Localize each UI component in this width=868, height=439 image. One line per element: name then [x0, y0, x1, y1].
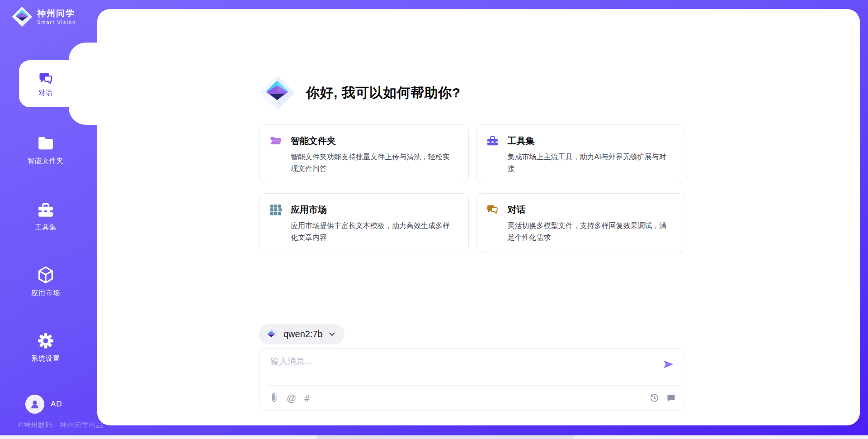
sidebar-item-settings[interactable]: 系统设置 — [0, 331, 91, 363]
card-description: 集成市场上主流工具，助力AI与外界无缝扩展与对接 — [508, 151, 673, 174]
brand-logo: 神州问学 Smart Vision — [12, 6, 76, 27]
sidebar-item-smart-folder[interactable]: 智能文件夹 — [0, 134, 91, 165]
gear-icon — [36, 331, 56, 351]
copyright-text: ©神州数码 · 神州问学出品 — [18, 421, 103, 429]
greeting-title: 你好, 我可以如何帮助你? — [306, 84, 461, 102]
app-root: { "brand": { "name": "神州问学", "subtitle":… — [0, 0, 868, 439]
brand-subtitle: Smart Vision — [37, 19, 76, 25]
chat-icon — [486, 204, 499, 216]
sidebar-item-label: 智能文件夹 — [28, 157, 64, 165]
sidebar-item-label: 工具集 — [35, 223, 57, 232]
brand-name: 神州问学 — [37, 9, 76, 19]
sidebar-item-toolset[interactable]: 工具集 — [0, 200, 91, 232]
cube-icon — [36, 265, 56, 285]
feature-cards: 智能文件夹 智能文件夹功能支持批量文件上传与清洗，轻松实现文件问答 工具集 集成… — [259, 124, 685, 252]
card-title: 应用市场 — [291, 204, 327, 216]
card-smart-folder[interactable]: 智能文件夹 智能文件夹功能支持批量文件上传与清洗，轻松实现文件问答 — [259, 124, 469, 183]
card-description: 灵活切换多模型文件，支持多样回复效果调试，满足个性化需求 — [508, 220, 673, 243]
toolbox-icon — [486, 135, 499, 147]
card-toolset[interactable]: 工具集 集成市场上主流工具，助力AI与外界无缝扩展与对接 — [476, 124, 686, 183]
card-title: 对话 — [508, 204, 526, 216]
chat-icon — [38, 70, 54, 86]
comment-icon[interactable] — [666, 393, 676, 403]
sidebar-item-label: 对话 — [38, 89, 53, 97]
grid-icon — [269, 204, 282, 216]
composer-divider — [267, 385, 678, 386]
history-icon[interactable] — [650, 393, 659, 403]
brand-diamond-icon — [12, 6, 33, 27]
brand-diamond-icon — [259, 75, 295, 111]
composer-toolbar: @ # — [270, 390, 676, 406]
model-selector[interactable]: qwen2:7b — [259, 324, 344, 344]
folder-open-icon — [269, 135, 282, 147]
card-chat[interactable]: 对话 灵活切换多模型文件，支持多样回复效果调试，满足个性化需求 — [476, 193, 686, 252]
sidebar-item-chat[interactable]: 对话 — [19, 60, 97, 107]
send-icon — [661, 358, 675, 371]
model-name: qwen2:7b — [283, 329, 323, 339]
card-title: 工具集 — [508, 135, 535, 147]
toolbox-icon — [36, 200, 55, 220]
active-tab-curve-bottom — [69, 107, 97, 125]
card-title: 智能文件夹 — [291, 135, 336, 147]
sidebar-item-label: 系统设置 — [31, 354, 60, 363]
horizontal-scrollbar-thumb[interactable] — [316, 435, 574, 439]
brand-diamond-icon — [265, 328, 278, 341]
folder-icon — [36, 134, 55, 153]
user-chip[interactable]: AD — [25, 395, 62, 414]
greeting: 你好, 我可以如何帮助你? — [259, 75, 461, 111]
sidebar: 神州问学 Smart Vision 对话 智能文件夹 — [0, 0, 97, 439]
send-button[interactable] — [660, 358, 676, 371]
horizontal-scrollbar-track — [0, 435, 868, 439]
chevron-down-icon — [329, 331, 335, 338]
card-description: 应用市场提供丰富长文本模板，助力高效生成多样化文章内容 — [291, 220, 456, 243]
mention-icon[interactable]: @ — [287, 393, 296, 403]
sidebar-item-label: 应用市场 — [31, 289, 60, 297]
message-input[interactable] — [270, 356, 650, 382]
user-icon — [29, 398, 41, 410]
message-composer: @ # — [259, 348, 685, 410]
paperclip-icon[interactable] — [270, 392, 278, 403]
active-tab-curve-top — [69, 43, 97, 61]
hashtag-icon[interactable]: # — [304, 393, 310, 403]
sidebar-item-app-market[interactable]: 应用市场 — [0, 265, 91, 297]
avatar — [25, 395, 44, 414]
user-initials: AD — [51, 400, 62, 409]
main-panel: 你好, 我可以如何帮助你? 智能文件夹 智能文件夹功能支持批量文件上传与清洗，轻… — [97, 9, 860, 425]
card-description: 智能文件夹功能支持批量文件上传与清洗，轻松实现文件问答 — [291, 151, 456, 174]
card-app-market[interactable]: 应用市场 应用市场提供丰富长文本模板，助力高效生成多样化文章内容 — [259, 193, 469, 252]
